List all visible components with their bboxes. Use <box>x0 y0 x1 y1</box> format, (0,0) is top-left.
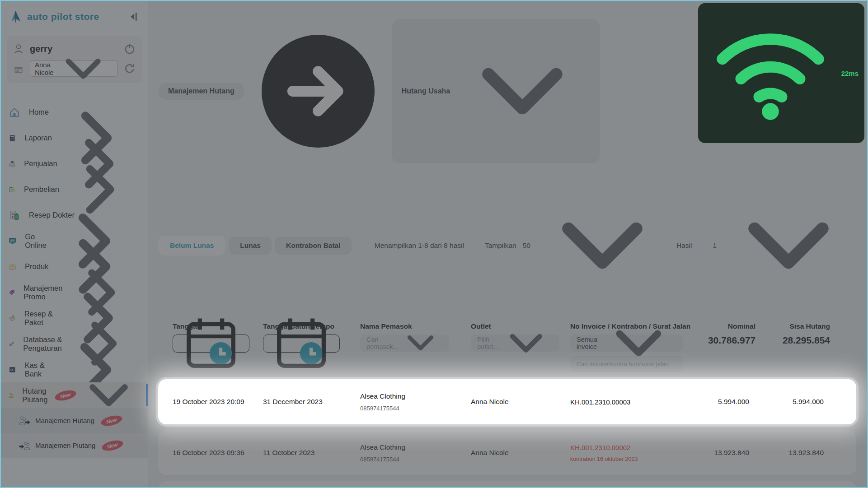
sidebar-item-label: Penjualan <box>24 159 57 168</box>
outlet-selector[interactable]: Anna Nicole <box>30 60 117 77</box>
supplier-select[interactable]: Cari pemasok... <box>360 335 449 352</box>
sidebar-item-label: Produk <box>25 262 48 271</box>
sidebar-item-label: Go Online <box>25 232 48 250</box>
page-label: Hasil <box>676 242 692 250</box>
invoice-select-value: Semua invoice <box>577 336 601 350</box>
user-card: gerry Anna Nicole <box>7 36 142 83</box>
cash-register-icon <box>8 158 16 170</box>
sidebar-item-label: Hutang Piutang <box>22 387 47 404</box>
report-icon <box>8 132 16 144</box>
chevron-down-icon <box>455 23 590 159</box>
monitor-icon <box>8 235 17 247</box>
page-select[interactable]: 1 <box>713 178 856 313</box>
invoice-search-input[interactable] <box>570 356 683 372</box>
cell-nominal: 5.994.000 <box>699 398 755 406</box>
autopilot-logo-icon <box>9 10 23 23</box>
sidebar-item-label: Laporan <box>24 134 52 142</box>
table-row[interactable]: 19 October 2023 20:09 31 December 2023 A… <box>158 379 856 424</box>
sidebar-collapse-icon[interactable] <box>127 11 140 23</box>
table-row[interactable]: 12 October 2023 10:57 12 October 2023 Pe… <box>158 481 856 488</box>
wifi-icon <box>703 5 838 141</box>
page-size-label: Tampilkan <box>485 242 516 250</box>
sidebar-item-hutang-piutang[interactable]: Hutang Piutang New <box>1 382 148 408</box>
safe-icon <box>8 363 17 376</box>
connection-badge: 22ms <box>698 3 864 143</box>
logout-icon[interactable] <box>123 42 136 56</box>
invoice-number[interactable]: KH.001.2310.00002 <box>570 444 693 451</box>
payable-out-icon <box>18 414 31 427</box>
logo-text: auto pilot store <box>27 11 127 22</box>
supplier-name: Alsea Clothing <box>360 392 464 400</box>
clipboard-icon <box>8 183 16 196</box>
promo-tag-icon <box>8 286 15 299</box>
home-icon <box>8 106 21 119</box>
tab-belum-lunas[interactable]: Belum Lunas <box>158 236 225 256</box>
breadcrumb-current-label: Hutang Usaha <box>402 87 450 95</box>
store-icon <box>13 63 24 74</box>
pagination: Menampilkan 1-8 dari 8 hasil Tampilkan 5… <box>375 178 856 313</box>
cell-tanggal: 16 October 2023 09:36 <box>173 449 263 457</box>
jatuh-tempo-date-input[interactable] <box>263 335 340 353</box>
supplier-select-placeholder: Cari pemasok... <box>366 336 399 350</box>
cell-pemasok: Alsea Clothing 085974175544 <box>360 443 471 463</box>
sidebar: auto pilot store gerry Anna Nicole H <box>1 1 148 487</box>
latency-value: 22ms <box>841 70 859 77</box>
table-body: 19 October 2023 20:09 31 December 2023 A… <box>158 379 856 488</box>
outlet-filter-select[interactable]: Pilih outlet... <box>471 335 559 352</box>
breadcrumb-arrow-icon <box>250 23 386 159</box>
sidebar-subitem-manajemen-piutang[interactable]: Manajemen Piutang New <box>1 433 148 458</box>
column-sisa-hutang: Sisa Hutang <box>755 322 830 330</box>
table-header: Tanggal Tanggal Jatuh Tempo Nama Pemasok… <box>158 322 856 372</box>
cell-jatuh-tempo: 11 October 2023 <box>263 449 360 457</box>
sidebar-subitem-label: Manajemen Piutang <box>35 442 95 449</box>
outlet-select-placeholder: Pilih outlet... <box>477 336 499 350</box>
cell-outlet: Anna Nicole <box>471 449 570 457</box>
logo: auto pilot store <box>1 7 148 26</box>
page-value: 1 <box>713 242 717 250</box>
sidebar-menu: Home Laporan Penjualan Pembelian Resep D… <box>1 99 148 458</box>
total-sisa-hutang: 28.295.854 <box>755 335 830 346</box>
cell-sisa-hutang: 5.994.000 <box>755 398 830 406</box>
chevron-down-icon <box>721 178 856 313</box>
gears-icon <box>8 338 15 350</box>
tanggal-date-input[interactable] <box>173 335 249 353</box>
sidebar-item-label: Home <box>29 108 49 116</box>
user-icon <box>13 43 24 55</box>
page-size-select[interactable]: 50 <box>523 178 670 313</box>
invoice-type-select[interactable]: Semua invoice <box>570 335 683 352</box>
tab-kontrabon-batal[interactable]: Kontrabon Batal <box>275 237 352 255</box>
supplier-name: Alsea Clothing <box>360 443 464 451</box>
mortar-icon <box>8 312 16 325</box>
breadcrumb-parent[interactable]: Manajemen Hutang <box>158 83 244 100</box>
cell-pemasok: Alsea Clothing 085974175544 <box>360 392 471 412</box>
prescription-icon <box>8 209 21 222</box>
cell-invoice: KH.001.2310.00002 kontrabon 16 oktober 2… <box>570 444 699 462</box>
tab-lunas[interactable]: Lunas <box>229 237 272 255</box>
refresh-icon[interactable] <box>123 62 136 75</box>
hand-coins-icon <box>8 389 14 402</box>
invoice-number[interactable]: KH.001.2310.00003 <box>570 398 693 406</box>
cell-tanggal: 19 October 2023 20:09 <box>173 398 263 406</box>
supplier-phone: 085974175544 <box>360 405 464 412</box>
supplier-phone: 085974175544 <box>360 456 464 463</box>
outlet-selector-value: Anna Nicole <box>35 61 54 76</box>
new-badge: New <box>54 388 77 402</box>
chevron-down-icon <box>535 178 670 313</box>
breadcrumb-current[interactable]: Hutang Usaha <box>392 19 601 163</box>
column-nominal: Nominal <box>699 322 755 330</box>
page-size-value: 50 <box>523 242 530 250</box>
sidebar-item-label: Kas & Bank <box>25 361 51 378</box>
new-badge: New <box>101 438 124 452</box>
app-frame: auto pilot store gerry Anna Nicole H <box>0 0 868 488</box>
sidebar-item-label: Pembelian <box>24 185 59 194</box>
box-icon <box>8 260 17 273</box>
cell-nominal: 13.923.840 <box>699 449 755 457</box>
cell-jatuh-tempo: 31 December 2023 <box>263 398 360 406</box>
tabs-bar: Belum Lunas Lunas Kontrabon Batal Menamp… <box>158 178 856 313</box>
table-row[interactable]: 16 October 2023 09:36 11 October 2023 Al… <box>158 430 856 475</box>
calendar-icon <box>178 310 244 377</box>
pagination-summary: Menampilkan 1-8 dari 8 hasil <box>375 242 464 250</box>
cell-invoice: KH.001.2310.00003 <box>570 398 699 406</box>
cell-outlet: Anna Nicole <box>471 398 570 406</box>
cell-sisa-hutang: 13.923.840 <box>755 449 830 457</box>
